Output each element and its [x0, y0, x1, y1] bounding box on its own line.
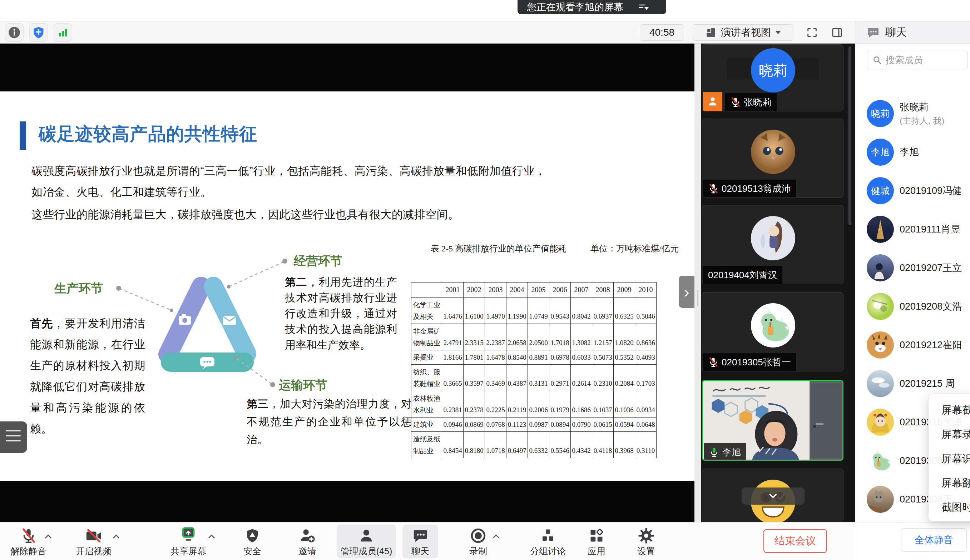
member-row[interactable]: 健城02019109冯健	[855, 175, 970, 207]
member-avatar: 李旭	[867, 138, 894, 166]
member-name: 02019208文浩	[900, 300, 962, 313]
section-transport-text: 第三，加大对污染的治理力度，对不规范生产的企业和单位予以惩治。	[247, 395, 412, 448]
video-options-chevron[interactable]	[112, 534, 120, 539]
table-cell: 0.5352	[614, 350, 635, 365]
table-row-label: 化学工业及相关	[411, 298, 442, 324]
security-button[interactable]: 安全	[235, 525, 269, 558]
table-row: 非金属矿物制品业2.47912.33152.23872.06582.05001.…	[411, 324, 656, 350]
shared-slide: 碳足迹较高产品的共性特征 碳强度高碳排放行业也就是所谓的“三高一低”行业，包括高…	[0, 92, 695, 481]
member-search-input[interactable]: 搜索成员	[867, 51, 967, 69]
member-row[interactable]: 02019207王立	[855, 252, 970, 283]
screen-share-area: 碳足迹较高产品的共性特征 碳强度高碳排放行业也就是所谓的“三高一低”行业，包括高…	[0, 43, 695, 522]
table-cell: 1.3082	[571, 324, 592, 350]
member-row[interactable]: 02019212崔阳	[855, 329, 970, 361]
member-row[interactable]: 02019208文浩	[855, 291, 970, 322]
screenshot-menu-item[interactable]: 屏幕识	[928, 447, 970, 471]
unmute-button[interactable]: 解除静音	[7, 525, 51, 558]
layout-icon	[705, 27, 716, 38]
panel-splitter[interactable]	[695, 43, 701, 522]
member-name: 李旭	[900, 146, 919, 158]
member-role-label: (主持人, 我)	[900, 115, 944, 127]
table-year-header: 2004	[506, 282, 528, 298]
record-options-chevron[interactable]	[493, 534, 500, 538]
table-cell: 0.9543	[549, 298, 571, 324]
invite-person-icon	[299, 525, 316, 544]
share-screen-button[interactable]: 共享屏幕	[163, 525, 214, 558]
annotation-menu-handle[interactable]	[0, 422, 27, 453]
video-tile[interactable]: 晓莉 张晓莉	[702, 44, 843, 112]
end-meeting-button[interactable]: 结束会议	[763, 529, 827, 553]
screenshot-menu-item[interactable]: 屏幕录	[928, 422, 970, 447]
collapse-videos-button[interactable]	[741, 488, 805, 505]
table-cell: 0.0615	[592, 418, 614, 432]
table-cell: 0.6332	[528, 432, 549, 458]
member-name: 02019109冯健	[900, 184, 962, 197]
breakout-rooms-button[interactable]: 分组讨论	[525, 525, 571, 558]
video-tile[interactable]: 02019404刘霄汉	[702, 205, 843, 284]
section-operation-heading: 经营环节	[294, 253, 342, 269]
chat-panel-header: 聊天	[855, 22, 970, 43]
table-cell: 0.1703	[635, 365, 656, 391]
person-icon	[707, 96, 718, 107]
start-video-button[interactable]: 开启视频	[68, 525, 119, 558]
table-cell: 0.0594	[614, 418, 635, 432]
participant-avatar	[751, 130, 795, 174]
table-cell: 0.2084	[614, 365, 635, 391]
apps-button[interactable]: 应用	[581, 525, 612, 558]
section-production-heading: 生产环节	[54, 280, 103, 297]
mute-all-button[interactable]: 全体静音	[901, 528, 967, 552]
screenshot-menu-item[interactable]: 截图时	[928, 495, 970, 520]
member-row[interactable]: 晓莉张晓莉(主持人, 我)	[855, 98, 970, 129]
record-button[interactable]: 录制	[458, 525, 498, 558]
mic-active-icon	[709, 447, 720, 458]
meeting-info-button[interactable]	[5, 23, 23, 42]
screenshot-menu-item[interactable]: 屏幕截	[928, 398, 970, 422]
share-options-chevron[interactable]	[208, 534, 215, 539]
manage-members-button[interactable]: 管理成员(45)	[337, 525, 396, 558]
video-tile[interactable]	[702, 468, 843, 522]
banner-divider	[630, 2, 630, 12]
network-status-button[interactable]	[53, 23, 72, 42]
top-toolbar: 40:58 演讲者视图	[0, 22, 855, 43]
table-cell: 0.1036	[614, 391, 635, 418]
video-tile[interactable]: 李旭	[702, 380, 843, 461]
info-icon	[8, 26, 21, 39]
screenshot-menu-item[interactable]: 屏幕翻	[928, 471, 970, 495]
mic-options-chevron[interactable]	[44, 534, 52, 539]
table-cell: 0.8180	[464, 432, 485, 458]
chevron-down-icon	[775, 31, 781, 34]
video-tile[interactable]: 02019305张哲一	[702, 292, 843, 372]
fullscreen-button[interactable]	[803, 24, 821, 41]
host-badge	[703, 92, 722, 111]
table-row-label: 建筑业	[411, 418, 442, 432]
participant-name-label: 李旭	[704, 443, 746, 461]
table-cell: 0.0648	[635, 418, 656, 432]
banner-menu-icon[interactable]	[634, 0, 653, 14]
chat-bubble-icon	[867, 26, 880, 39]
security-shield-button[interactable]	[29, 23, 48, 42]
gear-icon	[638, 525, 654, 544]
side-panel-toggle-button[interactable]	[828, 24, 846, 41]
settings-button[interactable]: 设置	[630, 525, 663, 558]
member-row[interactable]: 02019111肖昱	[855, 213, 970, 245]
table-cell: 2.0658	[506, 324, 528, 350]
slide-title-accent-bar	[20, 122, 26, 150]
chat-panel-title: 聊天	[885, 25, 907, 40]
view-mode-button[interactable]: 演讲者视图	[693, 24, 793, 41]
table-row-label: 非金属矿物制品业	[411, 324, 442, 350]
table-cell: 0.3597	[464, 365, 485, 391]
invite-button[interactable]: 邀请	[289, 525, 325, 558]
table-cell: 1.7801	[464, 350, 485, 365]
collapse-strip-handle[interactable]: ›	[679, 276, 695, 308]
video-strip-scrollbar[interactable]	[848, 47, 851, 225]
member-search-placeholder: 搜索成员	[886, 54, 923, 67]
table-cell: 0.6978	[549, 350, 571, 365]
chat-button[interactable]: 聊天	[402, 525, 438, 558]
breakout-squares-icon	[540, 525, 556, 544]
video-tile[interactable]: 02019513翁成沛	[702, 118, 843, 198]
member-row[interactable]: 李旭李旭	[855, 137, 970, 168]
table-cell: 0.8454	[442, 432, 464, 458]
member-avatar	[867, 486, 894, 513]
table-year-header: 2001	[442, 282, 464, 298]
section-operation-text: 第二，利用先进的生产技术对高碳排放行业进行改造和升级，通过对技术的投入提高能源利…	[285, 274, 397, 353]
